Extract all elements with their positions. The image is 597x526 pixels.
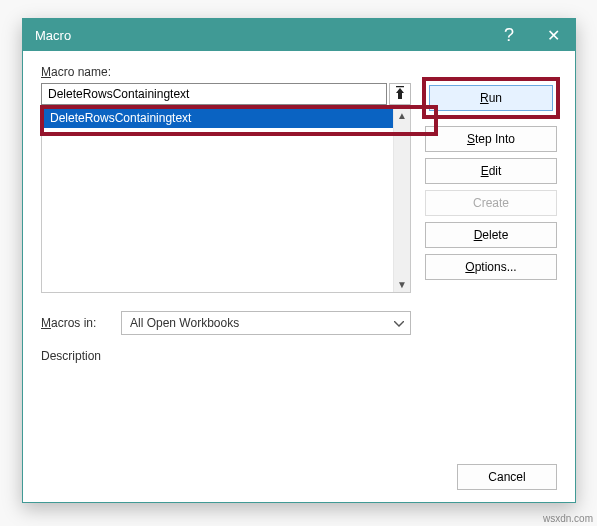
help-button[interactable]: ? <box>487 19 531 51</box>
dialog-title: Macro <box>35 28 71 43</box>
macros-in-value: All Open Workbooks <box>130 316 239 330</box>
macros-in-label: Macros in: <box>41 316 109 330</box>
list-item[interactable]: DeleteRowsContainingtext <box>42 108 393 128</box>
arrow-up-icon <box>394 86 406 103</box>
dialog-content: Macro name: DeleteRowsContainingtext ▲ ▼ <box>23 51 575 461</box>
run-button[interactable]: Run <box>429 85 553 111</box>
macro-dialog: Macro ? ✕ Macro name: <box>22 18 576 503</box>
footer: Cancel <box>457 464 557 490</box>
create-button: Create <box>425 190 557 216</box>
close-button[interactable]: ✕ <box>531 19 575 51</box>
scroll-up-icon[interactable]: ▲ <box>397 110 407 121</box>
go-to-button[interactable] <box>389 83 411 105</box>
highlight-annotation-run: Run <box>422 77 560 119</box>
description-label: Description <box>41 349 411 363</box>
watermark: wsxdn.com <box>543 513 593 524</box>
help-icon: ? <box>504 25 514 46</box>
close-icon: ✕ <box>547 26 560 45</box>
left-column: Macro name: DeleteRowsContainingtext ▲ ▼ <box>41 65 411 451</box>
macros-in-select[interactable]: All Open Workbooks <box>121 311 411 335</box>
titlebar: Macro ? ✕ <box>23 19 575 51</box>
macro-name-input[interactable] <box>41 83 387 105</box>
cancel-button[interactable]: Cancel <box>457 464 557 490</box>
delete-button[interactable]: Delete <box>425 222 557 248</box>
description-box <box>41 367 411 407</box>
macro-listbox[interactable]: DeleteRowsContainingtext ▲ ▼ <box>41 107 411 293</box>
options-button[interactable]: Options... <box>425 254 557 280</box>
step-into-button[interactable]: Step Into <box>425 126 557 152</box>
chevron-down-icon <box>394 318 404 329</box>
macro-name-label: Macro name: <box>41 65 411 79</box>
scroll-down-icon[interactable]: ▼ <box>397 279 407 290</box>
scrollbar[interactable]: ▲ ▼ <box>393 108 410 292</box>
button-column: Run Step Into Edit Create Delete Options… <box>425 65 557 451</box>
edit-button[interactable]: Edit <box>425 158 557 184</box>
